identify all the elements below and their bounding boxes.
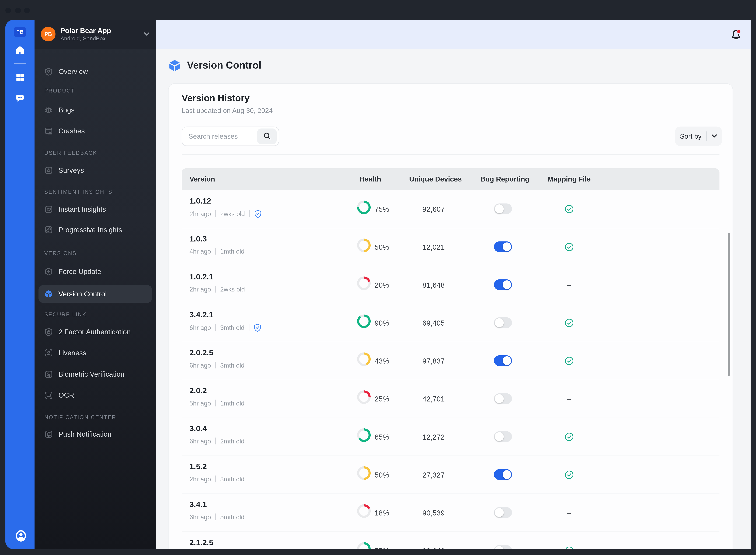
unique-devices-count: 27,327	[399, 456, 468, 493]
mapping-none-dash: –	[567, 394, 571, 403]
ocr-scan-icon	[44, 391, 53, 399]
home-icon[interactable]	[15, 45, 25, 55]
sort-by-button[interactable]: Sort by	[675, 126, 722, 146]
table-row[interactable]: 1.0.3 4hr ago 1mth old 50% 12,021 –	[182, 228, 719, 266]
notifications-button[interactable]	[729, 28, 743, 41]
table-row[interactable]: 1.0.2.1 2hr ago 2wks old 20% 81,648 –	[182, 266, 719, 304]
meta-divider	[215, 399, 216, 407]
bug-reporting-toggle[interactable]	[494, 204, 512, 214]
bug-reporting-toggle[interactable]	[494, 393, 512, 404]
sidebar-item-push-notification[interactable]: Push Notification	[39, 425, 152, 442]
chat-icon[interactable]	[15, 93, 25, 102]
version-number: 2.1.2.5	[190, 538, 244, 547]
app-avatar: PB	[41, 27, 56, 41]
sidebar-item-label: Bugs	[58, 106, 75, 114]
column-unique-devices: Unique Devices	[409, 168, 462, 190]
sidebar-item-version-control[interactable]: Version Control	[39, 285, 152, 302]
window-control-dot[interactable]	[24, 7, 30, 13]
bug-reporting-toggle[interactable]	[494, 545, 512, 549]
bug-reporting-toggle[interactable]	[494, 355, 512, 366]
sidebar-item-label: Biometric Verification	[58, 370, 124, 378]
window-control-dot[interactable]	[6, 7, 11, 13]
table-row[interactable]: 2.1.2.5 6hr ago 3mth old 75% 22,643 –	[182, 532, 719, 549]
last-updated-text: Last updated on Aug 30, 2024	[182, 106, 273, 114]
version-number: 2.0.2.5	[190, 348, 244, 357]
meta-divider	[215, 361, 216, 369]
bug-reporting-toggle[interactable]	[494, 317, 512, 328]
sidebar-item-2fa[interactable]: 2 Factor Authentication	[39, 323, 152, 340]
version-age: 3mth old	[220, 475, 244, 483]
unique-devices-count: 97,837	[399, 342, 468, 379]
version-meta: 6hr ago 5mth old	[190, 513, 244, 520]
unique-devices-count: 42,701	[399, 380, 468, 417]
search-input[interactable]	[182, 127, 262, 145]
star-icon	[44, 166, 53, 174]
table-row[interactable]: 3.0.4 6hr ago 2mth old 65% 12,272 –	[182, 418, 719, 456]
toggle-knob	[495, 394, 504, 403]
version-cell: 2.1.2.5 6hr ago 3mth old	[190, 538, 244, 549]
chevron-down-icon	[712, 134, 717, 138]
version-meta: 4hr ago 1mth old	[190, 247, 244, 255]
sidebar-item-surveys[interactable]: Surveys	[39, 161, 152, 179]
table-row[interactable]: 3.4.1 6hr ago 5mth old 18% 90,539 –	[182, 494, 719, 532]
table-row[interactable]: 2.0.2 5hr ago 1mth old 25% 42,701 –	[182, 380, 719, 418]
sidebar-item-crashes[interactable]: Crashes	[39, 122, 152, 139]
workspace-logo[interactable]: PB	[14, 27, 26, 37]
scrollbar-thumb[interactable]	[727, 233, 730, 376]
health-percent: 43%	[375, 342, 389, 379]
bug-reporting-toggle[interactable]	[494, 431, 512, 442]
page-title: Version Control	[187, 59, 262, 71]
meta-divider	[249, 210, 250, 217]
release-time: 6hr ago	[190, 513, 211, 520]
mapping-file-cell: –	[564, 532, 574, 549]
column-mapping-file: Mapping File	[548, 168, 591, 190]
sidebar-section-user-feedback: USER FEEDBACK	[44, 149, 97, 156]
sidebar-item-overview[interactable]: Overview	[39, 62, 152, 80]
window-control-dot[interactable]	[15, 7, 21, 13]
notification-badge	[737, 29, 741, 33]
sidebar-section-sentiment-insights: SENTIMENT INSIGHTS	[44, 188, 113, 195]
app-switcher[interactable]: PB Polar Bear App Android, SandBox	[35, 20, 156, 49]
table-row[interactable]: 1.0.12 2hr ago 2wks old 75% 92,607 –	[182, 190, 719, 228]
account-icon[interactable]	[15, 529, 27, 542]
meta-divider	[215, 324, 216, 331]
meta-divider	[215, 437, 216, 444]
table-row[interactable]: 2.0.2.5 6hr ago 3mth old 43% 97,837 –	[182, 342, 719, 380]
sidebar-item-label: Instant Insights	[58, 205, 106, 213]
sidebar-item-ocr[interactable]: OCR	[39, 386, 152, 404]
bug-reporting-toggle[interactable]	[494, 280, 512, 290]
sidebar-item-label: Force Update	[58, 267, 101, 275]
version-meta: 6hr ago 2mth old	[190, 437, 244, 445]
sidebar-item-liveness[interactable]: Liveness	[39, 344, 152, 361]
release-time: 2hr ago	[190, 475, 211, 483]
sidebar-item-label: Liveness	[58, 349, 86, 356]
sidebar-item-force-update[interactable]: Force Update	[39, 263, 152, 280]
bug-reporting-toggle[interactable]	[494, 242, 512, 252]
sidebar-item-biometric-verification[interactable]: Biometric Verification	[39, 365, 152, 383]
health-percent: 75%	[375, 190, 389, 227]
bug-reporting-toggle[interactable]	[494, 507, 512, 518]
meta-divider	[215, 475, 216, 482]
bug-reporting-toggle[interactable]	[494, 469, 512, 480]
sidebar-item-progressive-insights[interactable]: Progressive Insights	[39, 221, 152, 238]
search-button[interactable]	[257, 128, 277, 144]
version-cell: 3.0.4 6hr ago 2mth old	[190, 424, 244, 445]
cube-icon	[168, 58, 181, 72]
search-box	[182, 126, 279, 146]
shield-lock-icon	[44, 327, 53, 336]
column-version: Version	[190, 168, 215, 190]
apps-grid-icon[interactable]	[15, 72, 25, 82]
unique-devices-count: 92,607	[399, 190, 468, 227]
page-header: Version Control	[168, 58, 261, 72]
sidebar-item-instant-insights[interactable]: Instant Insights	[39, 200, 152, 218]
version-age: 1mth old	[220, 399, 244, 407]
table-row[interactable]: 3.4.2.1 6hr ago 3mth old 90% 69,405 –	[182, 304, 719, 342]
toggle-knob	[503, 280, 511, 289]
mapping-file-cell: –	[564, 266, 574, 303]
table-row[interactable]: 1.5.2 2hr ago 3mth old 50% 27,327 –	[182, 456, 719, 494]
main-content: Version Control Version History Last upd…	[156, 20, 751, 549]
sidebar-item-bugs[interactable]: Bugs	[39, 101, 152, 119]
rail-divider	[14, 63, 26, 64]
version-number: 2.0.2	[190, 386, 244, 395]
sidebar-item-label: Progressive Insights	[58, 225, 122, 233]
